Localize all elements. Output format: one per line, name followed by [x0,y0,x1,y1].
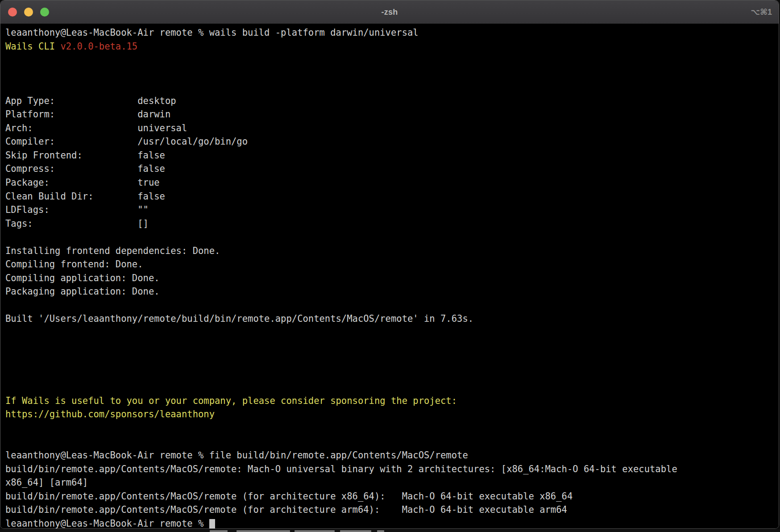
background-text-fragment [210,530,228,532]
terminal-line: Built '/Users/leaanthony/remote/build/bi… [5,312,779,326]
terminal-line [5,421,779,435]
terminal-line [5,326,779,340]
terminal-line [5,230,779,244]
terminal-line: x86_64] [arm64] [5,476,779,490]
traffic-lights [8,8,49,17]
terminal-line: build/bin/remote.app/Contents/MacOS/remo… [5,462,779,476]
background-text-fragment [295,530,335,532]
background-text-fragment [236,530,290,532]
terminal-line: leaanthony@Leas-MacBook-Air remote % [5,517,779,529]
terminal-line: Package: true [5,176,779,190]
terminal-line: Compiler: /usr/local/go/bin/go [5,135,779,149]
terminal-line [5,353,779,367]
terminal-window: -zsh ⌥⌘1 leaanthony@Leas-MacBook-Air rem… [0,0,779,529]
window-title: -zsh [382,8,398,17]
close-button[interactable] [8,8,17,17]
terminal-line: build/bin/remote.app/Contents/MacOS/remo… [5,490,779,503]
terminal-line: Installing frontend dependencies: Done. [5,244,779,258]
background-text-fragment [340,530,371,532]
terminal-line [5,67,779,81]
terminal-line: Skip Frontend: false [5,149,779,162]
terminal-line: Platform: darwin [5,108,779,121]
background-window-sliver [0,529,780,532]
terminal-line: Clean Build Dir: false [5,190,779,204]
terminal-line: App Type: desktop [5,94,779,108]
terminal-line [5,340,779,353]
terminal-line: Compiling application: Done. [5,271,779,285]
terminal-line: Packaging application: Done. [5,285,779,299]
terminal-line: Wails CLI v2.0.0-beta.15 [5,40,779,54]
terminal-line: leaanthony@Leas-MacBook-Air remote % wai… [5,26,779,40]
window-titlebar[interactable]: -zsh ⌥⌘1 [0,0,779,24]
terminal-line: Compress: false [5,162,779,176]
zoom-button[interactable] [40,8,49,17]
terminal-output[interactable]: leaanthony@Leas-MacBook-Air remote % wai… [0,24,779,529]
terminal-line: LDFlags: "" [5,203,779,217]
terminal-line: leaanthony@Leas-MacBook-Air remote % fil… [5,449,779,462]
terminal-line: Tags: [] [5,217,779,231]
window-shortcut-badge: ⌥⌘1 [751,0,772,24]
terminal-line [5,53,779,67]
minimize-button[interactable] [24,8,33,17]
background-text-fragment [377,530,384,532]
terminal-line: Compiling frontend: Done. [5,258,779,271]
terminal-line [5,435,779,449]
terminal-line [5,80,779,94]
terminal-line [5,367,779,381]
terminal-line: If Wails is useful to you or your compan… [5,394,779,408]
terminal-line: build/bin/remote.app/Contents/MacOS/remo… [5,503,779,517]
terminal-line [5,380,779,394]
terminal-line: Arch: universal [5,121,779,135]
text-cursor [209,519,215,529]
terminal-line [5,299,779,312]
terminal-line: https://github.com/sponsors/leaanthony [5,407,779,421]
